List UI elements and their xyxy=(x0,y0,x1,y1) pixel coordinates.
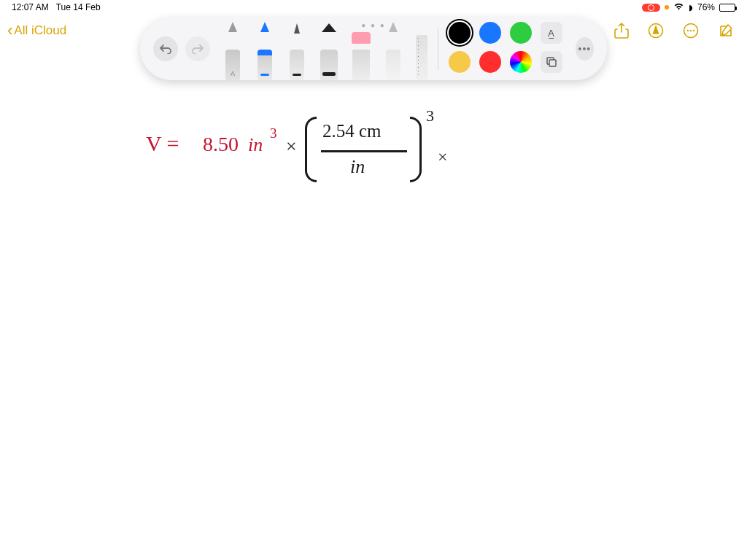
back-button[interactable]: ‹ All iCloud xyxy=(7,23,66,39)
compose-icon[interactable] xyxy=(718,23,734,39)
toolbar-more-button[interactable]: ••• xyxy=(576,37,594,61)
tool-eraser[interactable] xyxy=(352,32,371,80)
hw-numerator: 2.54 cm xyxy=(322,121,382,141)
status-bar: 12:07 AM Tue 14 Feb ◗ 76% xyxy=(0,0,747,15)
tool-ruler[interactable] xyxy=(416,35,427,80)
undo-button[interactable] xyxy=(153,36,178,61)
hw-v-equals: V = xyxy=(146,131,179,156)
status-date: Tue 14 Feb xyxy=(56,2,101,12)
chevron-left-icon: ‹ xyxy=(7,23,12,39)
more-icon[interactable] xyxy=(683,23,699,39)
wifi-icon xyxy=(673,2,684,12)
color-black[interactable] xyxy=(449,22,471,44)
hw-unit-in: in xyxy=(248,134,263,156)
svg-point-2 xyxy=(687,30,689,31)
hw-paren-right xyxy=(410,117,422,182)
hw-fraction-line xyxy=(321,150,407,152)
color-picker[interactable] xyxy=(510,51,532,73)
markup-toggle-icon[interactable] xyxy=(648,23,664,39)
battery-percent: 76% xyxy=(697,2,715,12)
hw-exp-3a: 3 xyxy=(270,125,277,141)
hw-paren-left xyxy=(305,117,317,182)
tool-pencil[interactable] xyxy=(287,32,306,80)
note-canvas[interactable]: V = 8.50 in 3 × 2.54 cm in 3 × xyxy=(0,88,747,560)
shapes-tool[interactable] xyxy=(541,51,562,73)
mic-indicator-dot xyxy=(665,5,669,9)
battery-icon xyxy=(719,4,735,12)
tool-lasso[interactable] xyxy=(384,32,403,80)
svg-rect-6 xyxy=(549,60,556,66)
tool-pen[interactable] xyxy=(223,32,242,80)
status-time: 12:07 AM xyxy=(12,2,49,12)
drag-handle-icon[interactable]: ● ● ● xyxy=(361,21,386,29)
hw-exp-3b: 3 xyxy=(426,106,434,125)
svg-point-3 xyxy=(690,30,692,31)
toolbar-divider xyxy=(438,28,438,70)
color-red[interactable] xyxy=(479,51,501,73)
screen-recording-indicator[interactable] xyxy=(642,4,660,12)
color-blue[interactable] xyxy=(479,22,501,44)
do-not-disturb-icon: ◗ xyxy=(689,3,693,12)
tool-highlighter[interactable] xyxy=(320,32,338,80)
text-box-tool[interactable]: A̲ xyxy=(541,22,562,44)
hw-value: 8.50 xyxy=(203,133,239,156)
share-icon[interactable] xyxy=(614,23,629,39)
hw-denominator: in xyxy=(350,156,365,178)
hw-times-2: × xyxy=(438,147,448,167)
color-green[interactable] xyxy=(510,22,532,44)
svg-point-4 xyxy=(693,30,694,31)
redo-button[interactable] xyxy=(185,36,210,61)
hw-times-1: × xyxy=(286,136,297,158)
markup-toolbar: ● ● ● A̲ ••• xyxy=(140,18,607,80)
color-yellow[interactable] xyxy=(449,51,471,73)
back-label: All iCloud xyxy=(14,23,66,38)
tool-marker[interactable] xyxy=(255,32,274,80)
color-palette: A̲ xyxy=(449,22,565,76)
